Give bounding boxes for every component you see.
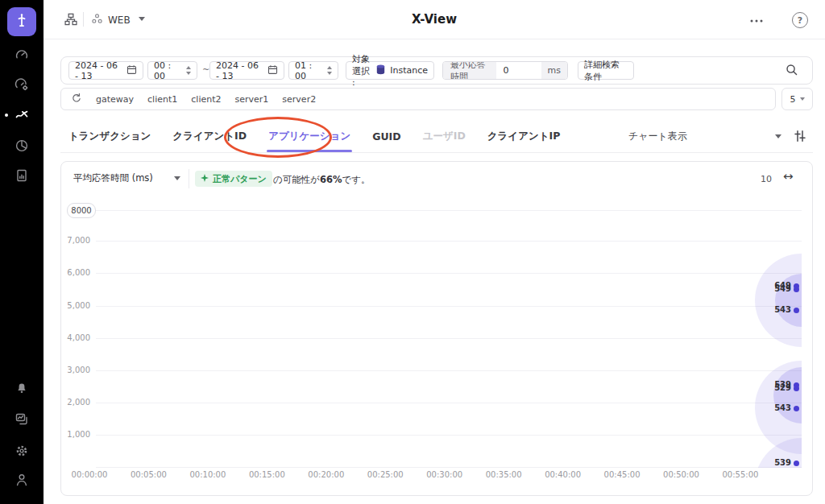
min-response-label: 最小応答時間 [443,62,496,79]
data-point[interactable] [794,461,799,466]
sidebar-item-metrics-settings[interactable] [15,77,29,92]
ellipsis-icon [749,15,764,27]
x-axis-tick: 00:20:00 [298,470,354,479]
end-date-field[interactable]: 2024 - 06 - 13 [209,61,284,80]
target-select-label: 対象選択 : [352,53,371,88]
chevron-down-icon [174,176,180,180]
range-value: 10 [756,174,772,184]
app-logo[interactable] [7,7,36,36]
data-point-label: 543 [774,403,791,413]
calendar-icon [126,64,137,77]
help-button[interactable]: ? [792,12,808,28]
end-date-value: 2024 - 06 - 13 [216,60,263,81]
y-axis-tick: 5,000 [61,301,90,310]
y-axis-tick: 6,000 [61,268,90,277]
data-point[interactable] [794,386,799,391]
gridline [96,467,802,468]
gauge-gear-icon [15,77,29,92]
range-resize-control[interactable]: ↔ [783,169,794,184]
min-response-input[interactable]: 0 [496,62,541,79]
header-divider [189,169,189,188]
scatter-plot-area[interactable]: 649549543539529543539 [96,202,802,468]
report-document-icon [15,168,29,183]
agent-tag[interactable]: server2 [282,94,316,105]
page-title: X-View [44,0,825,39]
x-axis-tick: 00:10:00 [180,470,236,479]
refresh-button[interactable] [71,92,82,107]
more-menu-button[interactable] [749,15,764,27]
target-select-button[interactable]: 対象選択 : Instance [346,61,434,80]
active-page-dot [5,114,8,117]
data-point-label: 543 [774,305,791,315]
min-response-unit: ms [541,62,567,79]
gridline [96,306,802,307]
sidebar-item-settings[interactable] [15,444,29,458]
analysis-tab[interactable]: トランザクション [68,130,151,143]
instance-db-icon [376,64,385,77]
sliders-icon [793,131,807,147]
gridline [96,338,802,339]
pattern-badge: 正常パターン [195,171,272,187]
calendar-icon [267,64,278,77]
step-down-icon [186,72,191,75]
search-button[interactable] [782,62,800,80]
time-stepper[interactable] [327,66,332,75]
x-axis-tick: 00:45:00 [594,470,650,479]
metric-select[interactable]: 平均応答時間 (ms) [73,172,180,184]
advanced-search-button[interactable]: 詳細検索条件 [578,61,634,80]
chart-display-label: チャート表示 [628,130,687,143]
time-stepper[interactable] [186,66,191,75]
bell-icon [15,380,29,395]
sidebar-item-dashboard[interactable] [15,48,29,62]
agent-bar: gatewayclient1client2server1server2 [60,88,776,110]
sidebar-item-notifications[interactable] [15,380,29,395]
x-axis-tick: 00:50:00 [653,470,710,479]
sidebar-item-xview[interactable] [15,108,29,122]
gridline [96,210,802,211]
help-icon: ? [792,12,808,28]
gridline [96,273,802,274]
chat-report-icon [15,411,29,426]
agent-tag[interactable]: server1 [235,94,269,105]
y-axis-tick: 1,000 [61,430,90,439]
data-point-label: 529 [774,383,791,393]
advanced-search-label: 詳細検索条件 [584,59,628,83]
analysis-tab[interactable]: クライアントIP [487,130,561,143]
agent-tag[interactable]: client1 [147,94,177,105]
start-time-value: 00 : 00 [154,60,180,81]
filter-bar: 2024 - 06 - 13 00 : 00 ~ 2024 - 06 - 13 [60,56,813,85]
start-time-field[interactable]: 00 : 00 [147,61,197,80]
chart-display-select[interactable]: チャート表示 [628,121,781,151]
analysis-tab[interactable]: ユーザID [423,130,466,143]
analysis-tab[interactable]: アプリケーション [268,130,350,143]
sidebar-item-report[interactable] [15,168,29,183]
end-time-field[interactable]: 01 : 00 [288,61,338,80]
x-axis-tick: 00:25:00 [357,470,413,479]
analysis-tabs-row: トランザクションクライアントIDアプリケーションGUIDユーザIDクライアントI… [60,121,813,153]
metric-select-value: 平均応答時間 (ms) [73,172,153,184]
topbar: WEB X-View ? [44,0,825,39]
y-axis-tick: 2,000 [61,398,90,407]
analysis-tab[interactable]: クライアントID [172,130,247,143]
sidebar-item-pie-analysis[interactable] [15,138,29,153]
page-size-select[interactable]: 5 [781,88,813,110]
xview-scatter-icon [15,108,29,122]
x-axis-tick: 00:40:00 [535,470,591,479]
step-up-icon [186,66,191,69]
data-point[interactable] [794,406,799,411]
sidebar-item-account[interactable] [15,473,29,487]
data-point[interactable] [794,308,799,313]
agent-tag-list: gatewayclient1client2server1server2 [96,94,316,105]
analysis-tab[interactable]: GUID [372,130,400,143]
user-icon [15,473,29,487]
range-separator: ~ [202,64,209,75]
brand-icon [14,12,30,31]
agent-tag[interactable]: gateway [96,94,134,105]
display-settings-button[interactable] [793,129,807,143]
start-date-field[interactable]: 2024 - 06 - 13 [68,61,143,80]
pattern-badge-label: 正常パターン [213,173,267,185]
data-point[interactable] [794,287,799,292]
sidebar-item-report-chat[interactable] [15,411,29,426]
x-axis-tick: 00:00:00 [61,470,118,479]
agent-tag[interactable]: client2 [191,94,221,105]
